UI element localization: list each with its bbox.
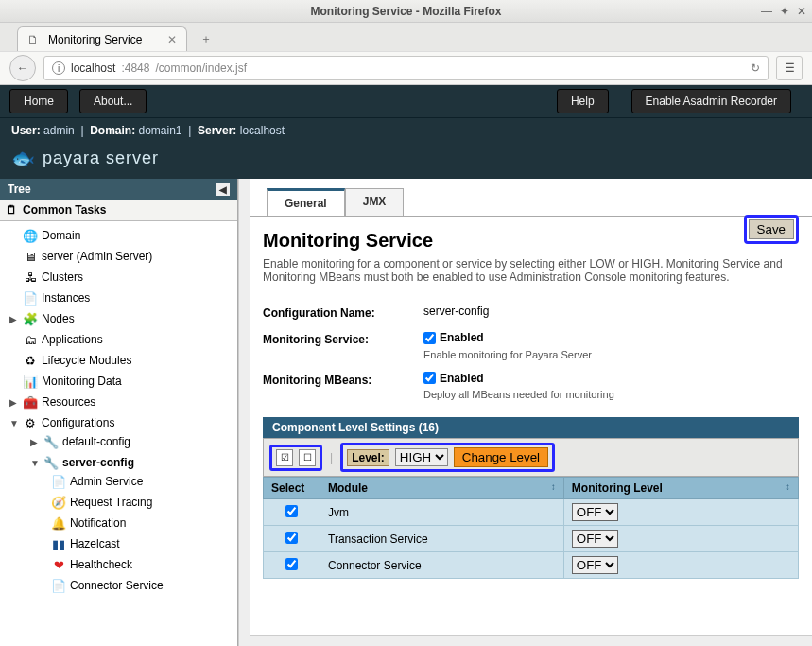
- sidebar-item-hazelcast[interactable]: ▮▮Hazelcast: [49, 535, 237, 552]
- sidebar-item-domain[interactable]: 🌐Domain: [8, 227, 237, 244]
- select-none-button[interactable]: ☐: [299, 449, 316, 466]
- config-icon: ⚙: [23, 415, 38, 430]
- component-panel-title: Component Level Settings (16): [263, 417, 799, 438]
- doc-icon: 📄: [51, 474, 66, 489]
- sidebar-item-clusters[interactable]: 🖧Clusters: [8, 269, 237, 286]
- mbeans-label: Monitoring MBeans:: [263, 372, 423, 401]
- browser-tab[interactable]: 🗋 Monitoring Service ✕: [17, 26, 187, 51]
- common-tasks[interactable]: 🗒 Common Tasks: [0, 200, 237, 221]
- sort-icon[interactable]: ↕: [786, 481, 790, 492]
- row-level-select[interactable]: OFF: [572, 503, 618, 521]
- hazelcast-icon: ▮▮: [51, 536, 66, 551]
- sidebar-item-admin-service[interactable]: 📄Admin Service: [49, 473, 237, 490]
- mbeans-checkbox[interactable]: Enabled: [423, 372, 484, 385]
- main-content: General JMX Save Monitoring Service Enab…: [250, 179, 812, 646]
- sidebar-item-request-tracing[interactable]: 🧭Request Tracing: [49, 494, 237, 511]
- url-port: :4848: [121, 61, 149, 75]
- horizontal-scrollbar[interactable]: [250, 635, 812, 646]
- sidebar: Tree ◀ 🗒 Common Tasks 🌐Domain 🖥server (A…: [0, 179, 238, 646]
- sidebar-item-configurations[interactable]: ▼⚙Configurations: [8, 414, 237, 431]
- row-select-checkbox[interactable]: [285, 558, 298, 570]
- tab-general[interactable]: General: [267, 188, 345, 216]
- window-minimize-icon[interactable]: —: [761, 5, 772, 18]
- brand-logo: 🐟 payara server: [0, 143, 812, 179]
- sidebar-item-lifecycle[interactable]: ♻Lifecycle Modules: [8, 352, 237, 369]
- sidebar-item-instances[interactable]: 📄Instances: [8, 289, 237, 306]
- nodes-icon: 🧩: [23, 311, 38, 326]
- url-host: localhost: [71, 61, 115, 75]
- sidebar-title: Tree: [8, 183, 31, 196]
- home-button[interactable]: Home: [9, 89, 68, 113]
- url-input[interactable]: i localhost:4848/common/index.jsf ↻: [43, 56, 769, 80]
- level-select[interactable]: HIGH: [395, 448, 448, 466]
- table-row: JvmOFF: [264, 499, 799, 526]
- save-highlight: Save: [744, 215, 799, 244]
- mbeans-hint: Deploy all MBeans needed for monitoring: [423, 389, 799, 400]
- config-node-icon: 🔧: [43, 455, 59, 470]
- bell-icon: 🔔: [51, 515, 66, 531]
- heart-icon: ❤: [51, 557, 66, 572]
- sidebar-header: Tree ◀: [0, 179, 237, 200]
- reload-icon[interactable]: ↻: [751, 61, 760, 75]
- url-path: /common/index.jsf: [155, 61, 247, 75]
- sidebar-collapse-icon[interactable]: ◀: [216, 183, 230, 196]
- col-module[interactable]: Module↕: [320, 478, 564, 499]
- sidebar-item-healthcheck[interactable]: ❤Healthcheck: [49, 556, 237, 573]
- lifecycle-icon: ♻: [23, 353, 38, 368]
- save-button[interactable]: Save: [749, 219, 794, 239]
- col-monitoring-level[interactable]: Monitoring Level↕: [563, 478, 798, 499]
- app-header: Home About... Help Enable Asadmin Record…: [0, 85, 812, 179]
- back-button[interactable]: ←: [9, 55, 36, 81]
- component-toolbar: ☑ ☐ | Level: HIGH Change Level: [263, 438, 799, 477]
- globe-icon: 🌐: [23, 228, 38, 243]
- sidebar-item-monitoring-data[interactable]: 📊Monitoring Data: [8, 373, 237, 390]
- sidebar-item-server[interactable]: 🖥server (Admin Server): [8, 248, 237, 265]
- config-name-label: Configuration Name:: [263, 305, 423, 320]
- browser-menu-button[interactable]: ☰: [776, 56, 803, 80]
- new-tab-button[interactable]: ＋: [193, 26, 219, 51]
- sort-icon[interactable]: ↕: [551, 481, 556, 492]
- row-level-select[interactable]: OFF: [572, 530, 618, 548]
- sidebar-item-notification[interactable]: 🔔Notification: [49, 515, 237, 532]
- select-all-button[interactable]: ☑: [276, 449, 293, 466]
- sidebar-item-resources[interactable]: ▶🧰Resources: [8, 393, 237, 410]
- monitoring-service-label: Monitoring Service:: [263, 331, 423, 360]
- about-button[interactable]: About...: [79, 89, 147, 113]
- sidebar-item-connector-service[interactable]: 📄Connector Service: [49, 577, 237, 594]
- help-button[interactable]: Help: [557, 89, 609, 113]
- monitoring-service-checkbox[interactable]: Enabled: [423, 331, 484, 344]
- tab-jmx[interactable]: JMX: [345, 188, 405, 216]
- os-titlebar: Monitoring Service - Mozilla Firefox — ✦…: [0, 0, 812, 23]
- sidebar-scrollbar[interactable]: [238, 179, 250, 646]
- browser-urlbar: ← i localhost:4848/common/index.jsf ↻ ☰: [0, 51, 812, 85]
- component-table: Select Module↕ Monitoring Level↕ JvmOFFT…: [263, 477, 799, 579]
- row-select-checkbox[interactable]: [285, 505, 298, 517]
- compass-icon: 🧭: [51, 495, 66, 510]
- tab-close-icon[interactable]: ✕: [167, 33, 177, 46]
- select-buttons-highlight: ☑ ☐: [269, 445, 322, 471]
- doc-icon: 📄: [51, 578, 66, 593]
- resources-icon: 🧰: [23, 394, 38, 410]
- sidebar-item-default-config[interactable]: ▶🔧default-config: [28, 433, 237, 450]
- tab-title: Monitoring Service: [48, 33, 142, 46]
- info-icon[interactable]: i: [52, 61, 65, 75]
- browser-tabstrip: 🗋 Monitoring Service ✕ ＋: [0, 23, 812, 51]
- enable-recorder-button[interactable]: Enable Asadmin Recorder: [631, 89, 791, 113]
- level-label: Level:: [347, 449, 389, 466]
- chart-icon: 📊: [23, 374, 38, 389]
- col-select[interactable]: Select: [264, 478, 320, 499]
- sidebar-item-applications[interactable]: 🗂Applications: [8, 331, 237, 348]
- window-maximize-icon[interactable]: ✦: [780, 5, 789, 18]
- cluster-icon: 🖧: [23, 270, 38, 285]
- table-row: Connector ServiceOFF: [264, 552, 799, 579]
- sidebar-item-nodes[interactable]: ▶🧩Nodes: [8, 310, 237, 327]
- apps-icon: 🗂: [23, 332, 38, 347]
- row-select-checkbox[interactable]: [285, 532, 298, 544]
- sidebar-item-server-config[interactable]: ▼🔧server-config: [28, 454, 237, 471]
- change-level-button[interactable]: Change Level: [454, 447, 548, 467]
- tasks-icon: 🗒: [6, 203, 17, 217]
- window-close-icon[interactable]: ✕: [797, 5, 806, 18]
- server-icon: 🖥: [23, 249, 38, 264]
- row-level-select[interactable]: OFF: [572, 556, 618, 574]
- brand-text: payara server: [43, 148, 159, 168]
